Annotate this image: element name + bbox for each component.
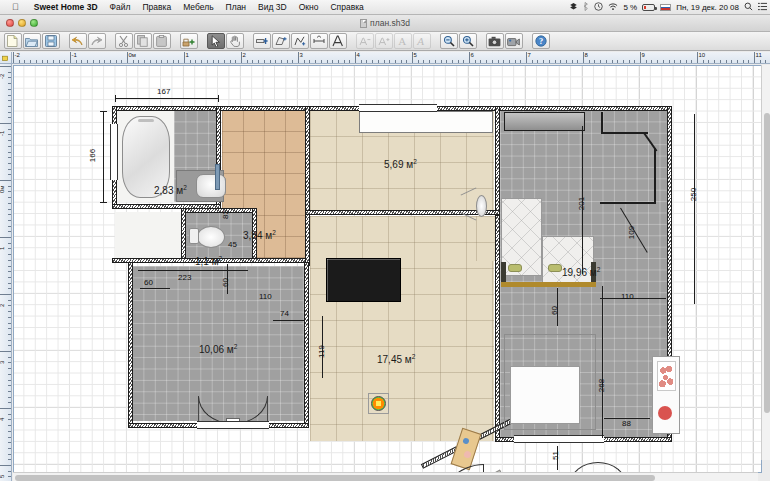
redo-button[interactable] bbox=[88, 33, 106, 49]
furniture-pillow-left[interactable] bbox=[508, 264, 522, 272]
zoom-in-button[interactable] bbox=[459, 33, 477, 49]
ruler-tick-minor bbox=[8, 72, 11, 73]
wall-toilet-top[interactable] bbox=[181, 208, 257, 213]
area-label-living-room: 17,45 м2 bbox=[377, 353, 415, 365]
furniture-ceiling-fan[interactable] bbox=[476, 195, 487, 217]
menu-item-edit[interactable]: Правка bbox=[136, 2, 177, 12]
pan-tool-button[interactable] bbox=[226, 33, 244, 49]
furniture-toilet[interactable] bbox=[197, 226, 225, 248]
new-plan-button[interactable] bbox=[4, 33, 22, 49]
furniture-corridor-door[interactable] bbox=[215, 164, 220, 190]
window-bedroom-left-bottom[interactable] bbox=[197, 421, 269, 429]
dim-60-left[interactable]: 60 bbox=[144, 278, 153, 287]
wall-bedroom-right-left[interactable] bbox=[495, 106, 500, 211]
dim-45[interactable]: 45 bbox=[228, 240, 237, 249]
ruler-tick-minor bbox=[8, 112, 11, 113]
undo-button[interactable] bbox=[69, 33, 87, 49]
dim-268[interactable]: 268 bbox=[597, 379, 606, 392]
create-photo-button[interactable] bbox=[486, 33, 504, 49]
ruler-tick-minor bbox=[8, 414, 11, 415]
furniture-sofa-backrest[interactable] bbox=[501, 198, 542, 276]
clock-icon[interactable] bbox=[594, 2, 603, 13]
cut-button[interactable] bbox=[115, 33, 133, 49]
window-bedroom-right-bottom[interactable] bbox=[514, 435, 604, 443]
dim-51[interactable]: 51 bbox=[551, 451, 560, 460]
wifi-icon[interactable] bbox=[608, 2, 618, 13]
dim-223[interactable]: 223 bbox=[178, 273, 191, 282]
window-title-bar[interactable]: план.sh3d bbox=[0, 15, 770, 32]
room-floor-living-room[interactable] bbox=[310, 216, 494, 441]
ruler-tick-minor bbox=[475, 60, 476, 63]
vertical-scrollbar-thumb[interactable] bbox=[764, 113, 770, 413]
horizontal-scrollbar-thumb[interactable] bbox=[15, 475, 655, 481]
wall-toilet-left[interactable] bbox=[181, 208, 186, 262]
dim-110-corridor[interactable]: 110 bbox=[259, 292, 272, 301]
menu-item-plan[interactable]: План bbox=[220, 2, 253, 12]
furniture-sofa-grate[interactable] bbox=[326, 258, 401, 302]
wall-kitchen-bottom[interactable] bbox=[305, 210, 500, 215]
menu-item-view3d[interactable]: Вид 3D bbox=[252, 2, 293, 12]
plan-canvas[interactable]: 2,83 м2 3,84 м2 1,1 м2 5,69 м2 19,96 м2 … bbox=[13, 65, 762, 473]
toolbar-group-help: ? bbox=[531, 33, 550, 49]
russian-flag-icon[interactable] bbox=[660, 4, 671, 11]
ruler-tick-minor bbox=[617, 60, 618, 63]
wall-bedroom-right-left2[interactable] bbox=[495, 215, 500, 441]
dim-82[interactable]: 82 bbox=[221, 210, 230, 219]
vertical-scrollbar[interactable] bbox=[761, 65, 770, 460]
window-title-text: план.sh3d bbox=[370, 18, 410, 28]
save-plan-button[interactable] bbox=[42, 33, 60, 49]
select-tool-button[interactable] bbox=[207, 33, 225, 49]
window-bathroom-left[interactable] bbox=[110, 124, 118, 180]
paste-button[interactable] bbox=[153, 33, 171, 49]
furniture-bedroom-right-door[interactable] bbox=[554, 106, 559, 111]
plan-view[interactable]: -2-10м1234567891011 -2-10м123456 bbox=[0, 52, 770, 481]
copy-button[interactable] bbox=[134, 33, 152, 49]
help-button[interactable]: ? bbox=[532, 33, 550, 49]
furniture-kitchen-counter[interactable] bbox=[359, 111, 493, 133]
dim-110-right[interactable]: 110 bbox=[621, 292, 634, 301]
list-icon[interactable] bbox=[758, 2, 767, 13]
bluetooth-icon[interactable] bbox=[583, 2, 589, 13]
zoom-out-button[interactable] bbox=[440, 33, 458, 49]
add-furniture-button[interactable] bbox=[180, 33, 198, 49]
create-polyline-button[interactable] bbox=[291, 33, 309, 49]
search-icon[interactable] bbox=[744, 2, 753, 13]
menu-item-furniture[interactable]: Мебель bbox=[177, 2, 219, 12]
dim-119[interactable]: 119 bbox=[317, 345, 326, 358]
menu-item-file[interactable]: Файл bbox=[104, 2, 137, 12]
dim-60-bed[interactable]: 60 bbox=[550, 306, 559, 315]
ruler-tick-minor bbox=[8, 152, 11, 153]
furniture-wardrobe-top[interactable] bbox=[504, 112, 585, 131]
dim-250[interactable]: 250 bbox=[689, 188, 698, 201]
furniture-pillow-right[interactable] bbox=[548, 264, 562, 272]
window-kitchen-top[interactable] bbox=[359, 104, 437, 112]
wall-corridor-right[interactable] bbox=[305, 106, 310, 266]
furniture-washbasin-bowl[interactable] bbox=[196, 174, 226, 198]
dim-166[interactable]: 166 bbox=[88, 149, 97, 162]
dim-167[interactable]: 167 bbox=[157, 87, 170, 96]
apple-menu-icon[interactable]:  bbox=[12, 2, 19, 12]
dim-74[interactable]: 74 bbox=[280, 309, 289, 318]
battery-icon[interactable] bbox=[642, 4, 655, 11]
menu-item-window[interactable]: Окно bbox=[293, 2, 325, 12]
menu-item-app[interactable]: Sweet Home 3D bbox=[28, 2, 104, 12]
add-text-button[interactable] bbox=[329, 33, 347, 49]
ruler-tick-major bbox=[0, 237, 11, 238]
menu-item-help[interactable]: Справка bbox=[324, 2, 369, 12]
wall-bedroom-left-right[interactable] bbox=[304, 262, 309, 427]
dim-60-top[interactable]: 60 bbox=[221, 278, 230, 287]
open-plan-button[interactable] bbox=[23, 33, 41, 49]
dim-109[interactable]: 109 bbox=[627, 226, 636, 239]
dim-88[interactable]: 88 bbox=[622, 419, 631, 428]
horizontal-scrollbar[interactable] bbox=[13, 472, 758, 481]
dim-201[interactable]: 201 bbox=[577, 197, 586, 210]
dropbox-icon[interactable] bbox=[569, 2, 578, 13]
create-video-button[interactable] bbox=[505, 33, 523, 49]
create-dimension-button[interactable] bbox=[310, 33, 328, 49]
wall-left-lower[interactable] bbox=[128, 262, 133, 427]
menubar-clock[interactable]: Пн, 19 дек. 20 08 bbox=[676, 3, 739, 12]
create-room-button[interactable] bbox=[272, 33, 290, 49]
create-walls-button[interactable] bbox=[253, 33, 271, 49]
ruler-tick-minor bbox=[8, 146, 11, 147]
ruler-tick-major bbox=[0, 66, 11, 67]
